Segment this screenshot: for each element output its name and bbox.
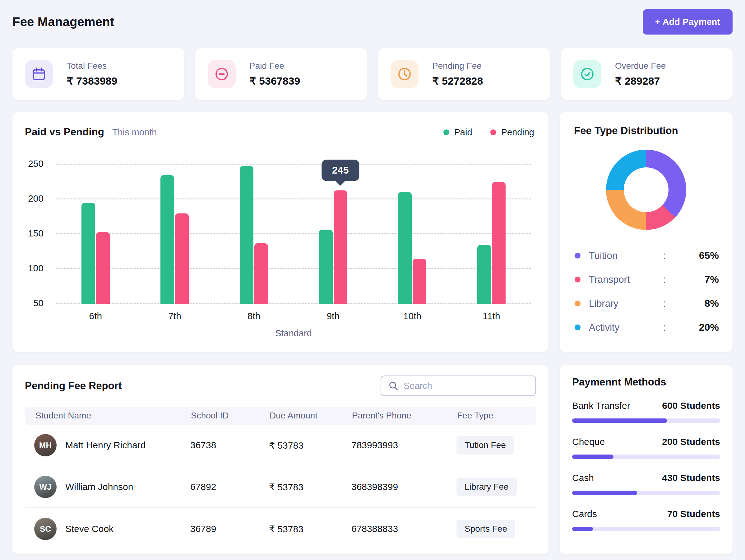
fee-type-cell: Library Fee: [456, 477, 536, 496]
stat-text: Total Fees₹ 7383989: [67, 61, 117, 87]
clock-icon: [391, 60, 419, 88]
fee-type-badge: Library Fee: [456, 477, 517, 496]
legend-item-pending[interactable]: Pending: [490, 127, 534, 137]
stat-card: Paid Fee₹ 5367839: [195, 48, 367, 100]
avatar: SC: [34, 518, 57, 540]
donut-chart[interactable]: [606, 150, 686, 230]
bar-paid-8th[interactable]: [240, 166, 253, 304]
school-id-cell: 36789: [190, 524, 269, 534]
search-input[interactable]: [403, 381, 528, 391]
minus-circle-icon: [208, 60, 236, 88]
legend-dot: [490, 129, 496, 135]
stat-label: Total Fees: [67, 61, 117, 71]
page-title: Fee Management: [12, 15, 114, 29]
donut-legend-item-library[interactable]: Library:8%: [575, 298, 719, 309]
legend-label: Paid: [454, 127, 472, 137]
bar-paid-11th[interactable]: [477, 245, 491, 304]
bar-paid-9th[interactable]: [319, 229, 333, 304]
student-name-cell: WJWilliam Johnson: [25, 476, 190, 498]
payment-method-value: 70 Students: [667, 509, 720, 519]
bar-group-8th: 8th: [240, 158, 268, 304]
payment-method-item: Cheque200 Students: [572, 436, 720, 459]
payment-method-label: Bank Transfer: [572, 400, 630, 411]
legend-dot: [575, 301, 581, 306]
x-axis-title: Standard: [56, 328, 531, 339]
bar-group-11th: 11th: [477, 158, 506, 304]
student-name-cell: SCSteve Cook: [25, 518, 190, 540]
y-tick-label: 50: [33, 298, 43, 308]
search-icon: [388, 380, 399, 391]
stat-card: Total Fees₹ 7383989: [12, 48, 184, 100]
donut-legend-label: Activity: [589, 322, 663, 333]
bar-paid-10th[interactable]: [398, 192, 412, 304]
student-name: Matt Henry Richard: [65, 440, 145, 450]
donut-legend-item-activity[interactable]: Activity:20%: [575, 322, 719, 333]
stat-text: Pending Fee₹ 5272828: [432, 61, 483, 87]
parent-phone-cell: 783993993: [351, 440, 456, 450]
payment-progress-fill: [572, 418, 667, 423]
donut-legend-item-transport[interactable]: Transport:7%: [575, 274, 719, 285]
payment-method-label: Cards: [572, 509, 597, 519]
chart-legend: PaidPending: [443, 127, 534, 137]
bar-pending-6th[interactable]: [96, 232, 110, 304]
gridline: 150: [56, 233, 531, 234]
legend-label: Pending: [501, 127, 534, 137]
column-header: Fee Type: [457, 411, 536, 421]
bar-paid-6th[interactable]: [82, 203, 95, 304]
stat-label: Overdue Fee: [615, 61, 666, 71]
gridline: 100: [56, 268, 531, 269]
stat-value: ₹ 289287: [615, 75, 666, 87]
fee-type-badge: Tution Fee: [456, 436, 514, 455]
table-row[interactable]: WJWilliam Johnson67892₹ 53783368398399Li…: [25, 466, 536, 508]
table-header: Student NameSchool IDDue AmountParent's …: [25, 407, 536, 425]
legend-dot: [575, 253, 581, 258]
x-tick-label: 8th: [248, 311, 261, 321]
donut-legend-colon: :: [663, 274, 682, 285]
student-name-cell: MHMatt Henry Richard: [25, 434, 190, 457]
donut-legend-item-tuition[interactable]: Tuition:65%: [575, 250, 719, 261]
due-amount-cell: ₹ 53783: [269, 440, 351, 451]
stat-label: Paid Fee: [249, 61, 300, 71]
pending-fee-report-panel: Pending Fee Report Student NameSchool ID…: [12, 365, 549, 554]
bar-pending-8th[interactable]: [254, 243, 268, 304]
payment-method-top: Cheque200 Students: [572, 436, 720, 447]
x-tick-label: 9th: [326, 311, 339, 321]
stat-value: ₹ 7383989: [67, 75, 117, 87]
bar-paid-7th[interactable]: [160, 175, 174, 304]
gridline: 250: [56, 164, 531, 164]
legend-item-paid[interactable]: Paid: [443, 127, 472, 137]
payment-method-value: 600 Students: [662, 400, 720, 411]
legend-dot: [575, 324, 581, 331]
parent-phone-cell: 678388833: [351, 524, 456, 534]
check-circle-icon: [573, 60, 601, 88]
donut-legend-colon: :: [663, 298, 682, 309]
add-payment-button[interactable]: + Add Payment: [643, 9, 733, 34]
bar-pending-9th[interactable]: 245: [334, 190, 347, 304]
calendar-icon: [25, 60, 53, 88]
bar-plot: 501001502002506th7th8th2459th10th11th: [56, 158, 531, 304]
payment-method-top: Bank Transfer600 Students: [572, 400, 720, 411]
stat-value: ₹ 5272828: [432, 75, 483, 87]
bar-group-7th: 7th: [160, 158, 189, 304]
parent-phone-cell: 368398399: [351, 481, 456, 492]
table-row[interactable]: MHMatt Henry Richard36738₹ 5378378399399…: [25, 425, 536, 466]
bar-group-6th: 6th: [82, 158, 110, 304]
payment-method-top: Cash430 Students: [572, 473, 720, 483]
payment-method-label: Cheque: [572, 436, 605, 447]
due-amount-cell: ₹ 53783: [269, 524, 351, 534]
y-tick-label: 250: [28, 158, 43, 169]
donut-title: Fee Type Distribution: [574, 125, 721, 136]
stat-text: Paid Fee₹ 5367839: [249, 61, 300, 87]
bar-pending-11th[interactable]: [492, 182, 506, 304]
fee-type-badge: Sports Fee: [456, 520, 515, 538]
donut-legend-colon: :: [663, 250, 682, 261]
search-box[interactable]: [381, 375, 536, 396]
table-row[interactable]: SCSteve Cook36789₹ 53783678388833Sports …: [25, 508, 536, 550]
bar-pending-7th[interactable]: [175, 213, 189, 304]
table-body: MHMatt Henry Richard36738₹ 5378378399399…: [25, 425, 536, 550]
bar-pending-10th[interactable]: [413, 259, 426, 304]
donut-legend-label: Tuition: [589, 250, 663, 261]
stat-text: Overdue Fee₹ 289287: [615, 61, 666, 87]
fee-type-cell: Tution Fee: [456, 436, 536, 455]
donut-legend-label: Library: [589, 298, 663, 309]
